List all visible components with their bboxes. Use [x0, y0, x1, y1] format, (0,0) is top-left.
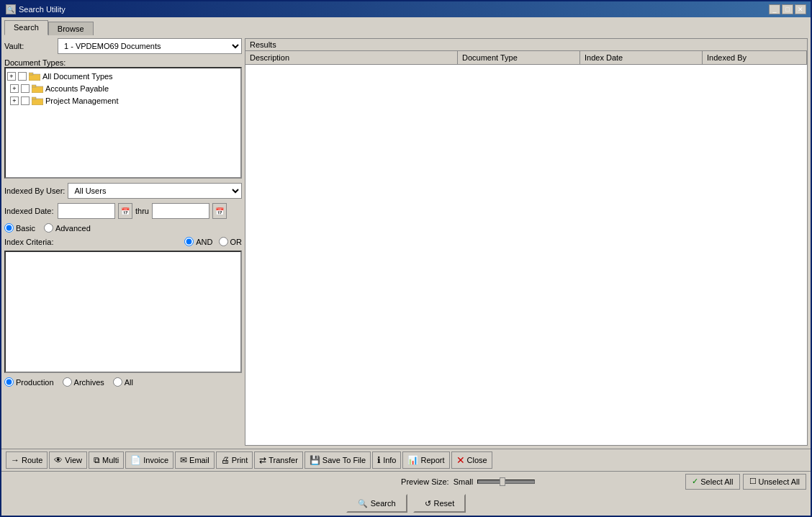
view-button[interactable]: 👁 View	[49, 451, 87, 469]
save-to-file-icon: 💾	[310, 455, 320, 465]
info-icon: ℹ	[377, 455, 381, 465]
tree-item-all[interactable]: + All Document Types	[7, 70, 239, 82]
title-bar-left: 🔍 Search Utility	[6, 4, 66, 14]
folder-icon-ap	[32, 84, 43, 93]
advanced-radio[interactable]	[44, 223, 53, 233]
all-radio[interactable]	[113, 377, 122, 387]
main-window: 🔍 Search Utility _ □ ✕ Search Browse Vau…	[0, 0, 812, 517]
view-icon: 👁	[54, 455, 63, 465]
preview-size-value: Small	[454, 477, 474, 486]
close-button[interactable]: ✕ Close	[451, 451, 492, 469]
minimize-button[interactable]: _	[769, 4, 780, 14]
preview-size: Preview Size: Small	[401, 477, 535, 486]
results-header: Results	[245, 39, 807, 51]
advanced-radio-label[interactable]: Advanced	[44, 223, 91, 233]
close-icon: ✕	[456, 454, 465, 466]
or-radio-label[interactable]: OR	[219, 237, 243, 246]
doc-types-section: Document Types: + All Document Types	[4, 58, 242, 179]
col-header-indexedby: Indexed By	[703, 51, 807, 64]
search-button[interactable]: 🔍 Search	[346, 494, 407, 513]
route-button[interactable]: → Route	[6, 451, 48, 469]
doc-types-box[interactable]: + All Document Types +	[4, 67, 242, 179]
restore-button[interactable]: □	[782, 4, 793, 14]
report-button[interactable]: 📊 Report	[402, 451, 449, 469]
doc-types-label: Document Types:	[4, 58, 242, 67]
criteria-box[interactable]	[4, 251, 242, 373]
basic-radio[interactable]	[4, 223, 14, 233]
svg-rect-4	[32, 99, 43, 105]
and-radio-label[interactable]: AND	[184, 237, 212, 246]
folder-icon-pm	[32, 96, 43, 105]
preview-slider-track[interactable]	[477, 480, 535, 484]
folder-icon-all	[29, 71, 40, 81]
title-bar: 🔍 Search Utility _ □ ✕	[1, 1, 811, 17]
results-columns: Description Document Type Index Date Ind…	[245, 51, 807, 65]
vault-row: Vault: 1 - VPDEMO69 Documents	[4, 38, 242, 54]
col-header-doctype: Document Type	[458, 51, 580, 64]
invoice-icon: 📄	[130, 455, 141, 465]
expand-pm[interactable]: +	[10, 96, 19, 105]
title-icon: 🔍	[6, 4, 16, 14]
select-all-button[interactable]: ✓ Select All	[685, 474, 739, 490]
unselect-all-button[interactable]: ☐ Unselect All	[743, 474, 806, 490]
main-area: Vault: 1 - VPDEMO69 Documents Document T…	[1, 35, 811, 449]
cal-btn-from[interactable]: 📅	[118, 203, 132, 219]
thru-label: thru	[135, 207, 149, 215]
production-radio-label[interactable]: Production	[4, 377, 54, 387]
cal-btn-to[interactable]: 📅	[212, 203, 227, 219]
indexed-date-row: Indexed Date: 📅 thru 📅	[4, 203, 242, 219]
and-radio[interactable]	[184, 237, 194, 246]
uncheck-icon: ☐	[749, 477, 757, 486]
status-bar: Preview Size: Small ✓ Select All ☐ Unsel…	[1, 471, 811, 491]
indexed-date-from[interactable]	[58, 203, 115, 219]
tab-search[interactable]: Search	[4, 20, 48, 35]
indexed-by-label: Indexed By User:	[4, 186, 65, 195]
transfer-button[interactable]: ⇄ Transfer	[254, 451, 303, 469]
email-button[interactable]: ✉ Email	[175, 451, 215, 469]
search-mode-row: Basic Advanced	[4, 223, 242, 233]
all-radio-label[interactable]: All	[113, 377, 133, 387]
transfer-icon: ⇄	[259, 455, 266, 465]
tree-label-ap: Accounts Payable	[45, 84, 109, 93]
preview-slider-thumb[interactable]	[500, 477, 505, 486]
info-button[interactable]: ℹ Info	[372, 451, 401, 469]
indexed-date-label: Indexed Date:	[4, 207, 55, 215]
col-header-indexdate: Index Date	[580, 51, 703, 64]
toolbar-bar: → Route 👁 View ⧉ Multi 📄 Invoice ✉ Email…	[1, 449, 811, 471]
indexed-by-select[interactable]: All Users	[68, 183, 242, 199]
archives-radio-label[interactable]: Archives	[63, 377, 104, 387]
checkbox-pm[interactable]	[21, 96, 30, 105]
expand-all[interactable]: +	[7, 72, 16, 81]
checkbox-all[interactable]	[18, 72, 27, 81]
tree-item-pm[interactable]: + Project Management	[7, 94, 239, 107]
bottom-buttons: 🔍 Search ↺ Reset	[1, 491, 811, 516]
indexed-by-row: Indexed By User: All Users	[4, 183, 242, 199]
print-icon: 🖨	[221, 455, 230, 465]
save-to-file-button[interactable]: 💾 Save To File	[304, 451, 371, 469]
reset-button-icon: ↺	[425, 499, 431, 508]
print-button[interactable]: 🖨 Print	[216, 451, 253, 469]
report-icon: 📊	[407, 455, 418, 465]
or-radio[interactable]	[219, 237, 228, 246]
close-window-button[interactable]: ✕	[795, 4, 806, 14]
checkmark-icon: ✓	[692, 477, 698, 486]
production-radio[interactable]	[4, 377, 14, 387]
and-or-row: AND OR	[184, 237, 242, 246]
basic-radio-label[interactable]: Basic	[4, 223, 35, 233]
multi-button[interactable]: ⧉ Multi	[89, 451, 124, 469]
vault-label: Vault:	[4, 42, 55, 50]
tree-item-ap[interactable]: + Accounts Payable	[7, 82, 239, 94]
right-panel: Results Description Document Type Index …	[245, 38, 808, 446]
left-panel: Vault: 1 - VPDEMO69 Documents Document T…	[4, 38, 242, 446]
expand-ap[interactable]: +	[10, 84, 19, 93]
window-title: Search Utility	[19, 5, 66, 14]
tab-browse[interactable]: Browse	[48, 22, 94, 35]
route-icon: →	[11, 455, 19, 465]
reset-button[interactable]: ↺ Reset	[413, 494, 466, 513]
invoice-button[interactable]: 📄 Invoice	[125, 451, 173, 469]
vault-select[interactable]: 1 - VPDEMO69 Documents	[58, 38, 242, 54]
archives-radio[interactable]	[63, 377, 72, 387]
multi-icon: ⧉	[94, 455, 100, 465]
checkbox-ap[interactable]	[21, 84, 30, 93]
indexed-date-to[interactable]	[152, 203, 209, 219]
